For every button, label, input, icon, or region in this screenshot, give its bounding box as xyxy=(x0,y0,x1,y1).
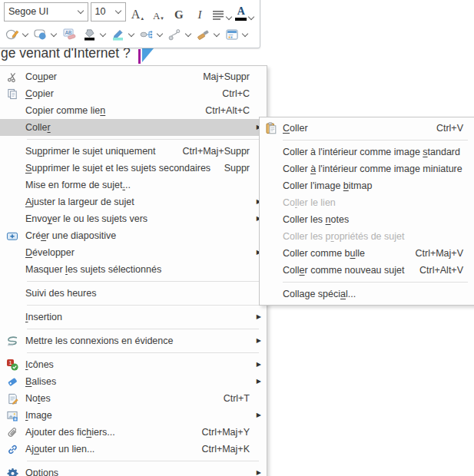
relationship-button[interactable] xyxy=(167,25,193,44)
font-size-select[interactable]: 10 xyxy=(91,2,126,21)
menu-item-options[interactable]: Options▶ xyxy=(0,464,267,476)
menu-item-image[interactable]: Image▶ xyxy=(0,407,267,424)
menu-item-creer-une-diapositive[interactable]: Créer une diapositive xyxy=(0,227,267,244)
menu-item-coller[interactable]: CollerCtrl+V xyxy=(260,120,474,137)
submenu-arrow-icon: ▶ xyxy=(257,470,261,476)
branch-style-button[interactable] xyxy=(138,25,164,44)
menu-item-ajouter-des-fichiers[interactable]: Ajouter des fichiers...Ctrl+Maj+Y xyxy=(0,424,267,441)
clipboard-icon xyxy=(260,122,283,134)
menu-item-coller-comme-bulle[interactable]: Coller comme bulleCtrl+Maj+V xyxy=(260,245,474,262)
menu-item-label: Notes xyxy=(25,393,51,404)
menu-item-label: Envoyer le ou les sujets vers xyxy=(25,213,148,224)
menu-item-suivi-des-heures[interactable]: Suivi des heures xyxy=(0,285,267,302)
menu-item-icones[interactable]: 1Icônes▶ xyxy=(0,356,267,373)
paperclip-icon xyxy=(0,427,25,438)
submenu-arrow-icon: ▶ xyxy=(257,362,261,368)
menu-item-label: Coller le lien xyxy=(283,197,336,208)
menu-separator xyxy=(283,282,468,283)
chevron-down-icon xyxy=(225,14,231,20)
italic-icon: I xyxy=(197,9,201,21)
menu-item-developper[interactable]: Développer▶ xyxy=(0,244,267,261)
chevron-down-icon xyxy=(248,14,254,20)
menu-item-coller-l-image-bitmap[interactable]: Coller l'image bitmap xyxy=(260,177,474,194)
submenu-arrow-icon: ▶ xyxy=(257,314,261,320)
boundary-pen-icon xyxy=(5,28,19,41)
menu-item-label: Insertion xyxy=(25,312,62,322)
shortcut-label: Ctrl+Alt+C xyxy=(205,105,267,116)
menu-item-envoyer-le-ou-les-sujets-vers[interactable]: Envoyer le ou les sujets vers▶ xyxy=(0,210,267,227)
menu-item-balises[interactable]: Balises▶ xyxy=(0,373,267,390)
menu-item-couper[interactable]: CouperMaj+Suppr xyxy=(0,68,267,85)
shape-fill-button[interactable] xyxy=(32,25,58,44)
menu-item-coller[interactable]: Coller▶ xyxy=(0,119,267,136)
font-size-value: 10 xyxy=(95,6,106,17)
menu-separator xyxy=(27,461,259,461)
chevron-down-icon xyxy=(22,31,28,37)
fill-color-button[interactable] xyxy=(81,25,108,44)
notes-icon xyxy=(0,393,25,405)
menu-item-label: Ajouter un lien... xyxy=(25,444,94,455)
menu-item-label: Image xyxy=(25,410,52,421)
menu-item-label: Options xyxy=(25,468,58,476)
chevron-down-icon xyxy=(128,31,134,37)
menu-item-label: Mise en forme de sujet... xyxy=(25,180,131,190)
menu-item-notes[interactable]: NotesCtrl+T xyxy=(0,390,267,407)
grow-font-icon: A xyxy=(131,8,141,21)
app-canvas: ge venant d'Internet ? Segoe UI 10 A ▴ A… xyxy=(0,0,474,476)
menu-item-mise-en-forme-de-sujet[interactable]: Mise en forme de sujet... xyxy=(0,177,267,193)
menu-item-label: Coller les notes xyxy=(283,214,349,225)
menu-separator xyxy=(27,329,259,329)
menu-item-label: Ajouter des fichiers... xyxy=(25,427,115,438)
menu-item-collage-special[interactable]: Collage spécial... xyxy=(260,286,474,302)
shortcut-label: Ctrl+Maj+Y xyxy=(201,427,267,438)
menu-item-coller-a-l-interieur-comme-image-standard[interactable]: Coller à l'intérieur comme image standar… xyxy=(260,144,474,160)
format-painter-button[interactable] xyxy=(195,25,221,44)
panel-layout-button[interactable] xyxy=(224,25,250,44)
menu-item-label: Copier comme lien xyxy=(25,105,105,116)
menu-item-coller-a-l-interieur-comme-image-miniature[interactable]: Coller à l'intérieur comme image miniatu… xyxy=(260,160,474,177)
toolbar-row-2: AB xyxy=(0,25,260,48)
menu-item-insertion[interactable]: Insertion▶ xyxy=(0,309,267,326)
font-family-select[interactable]: Segoe UI xyxy=(4,2,88,21)
menu-item-ajouter-un-lien[interactable]: Ajouter un lien...Ctrl+Maj+K xyxy=(0,441,267,458)
menu-item-coller-les-proprietes-de-sujet: Coller les propriétés de sujet xyxy=(260,228,474,245)
mini-format-toolbar: Segoe UI 10 A ▴ A ▾ G I xyxy=(0,0,260,48)
bold-button[interactable]: G xyxy=(170,2,188,21)
scissors-icon xyxy=(0,71,25,83)
menu-item-coller-comme-nouveau-sujet[interactable]: Coller comme nouveau sujetCtrl+Alt+V xyxy=(260,262,474,279)
menu-item-supprimer-le-sujet-uniquement[interactable]: Supprimer le sujet uniquementCtrl+Maj+Su… xyxy=(0,143,267,160)
menu-item-label: Mettre les connexions en évidence xyxy=(25,336,173,346)
menu-item-mettre-les-connexions-en-evidence[interactable]: Mettre les connexions en évidence▶ xyxy=(0,332,267,349)
text-align-button[interactable] xyxy=(211,2,233,21)
chevron-down-icon xyxy=(51,31,57,37)
link-icon xyxy=(0,444,25,455)
chevron-down-icon xyxy=(242,31,248,37)
text-caret xyxy=(138,49,141,64)
menu-item-coller-le-lien: Coller le lien xyxy=(260,194,474,211)
font-color-button[interactable]: A xyxy=(234,2,255,21)
boundary-pen-button[interactable] xyxy=(4,25,30,44)
menu-item-label: Masquer les sujets sélectionnés xyxy=(25,264,161,275)
chevron-down-icon xyxy=(214,31,220,37)
menu-item-coller-les-notes[interactable]: Coller les notes xyxy=(260,211,474,228)
grow-font-button[interactable]: A ▴ xyxy=(128,2,147,21)
menu-item-masquer-les-sujets-selectionnes[interactable]: Masquer les sujets sélectionnés xyxy=(0,261,267,278)
menu-item-supprimer-le-sujet-et-les-sujets-secondaires[interactable]: Supprimer le sujet et les sujets seconda… xyxy=(0,160,267,177)
shortcut-label: Ctrl+C xyxy=(222,88,267,99)
caret-down-icon: ▾ xyxy=(161,15,164,21)
shortcut-label: Ctrl+Alt+V xyxy=(419,265,474,276)
menu-item-label: Coller à l'intérieur comme image standar… xyxy=(283,147,460,157)
format-painter-icon xyxy=(197,28,210,41)
highlight-color-button[interactable] xyxy=(110,25,136,44)
clear-format-button[interactable]: AB xyxy=(61,25,79,44)
menu-item-label: Créer une diapositive xyxy=(25,230,116,241)
menu-item-ajuster-la-largeur-de-sujet[interactable]: Ajuster la largeur de sujet▶ xyxy=(0,193,267,210)
italic-button[interactable]: I xyxy=(191,2,209,21)
shrink-font-button[interactable]: A ▾ xyxy=(149,2,167,21)
menu-item-label: Coller l'image bitmap xyxy=(283,180,372,191)
tag-icon xyxy=(0,376,25,388)
menu-item-copier[interactable]: CopierCtrl+C xyxy=(0,85,267,102)
menu-item-copier-comme-lien[interactable]: Copier comme lienCtrl+Alt+C xyxy=(0,102,267,119)
copy-icon xyxy=(0,88,25,100)
chevron-down-icon xyxy=(157,31,163,37)
